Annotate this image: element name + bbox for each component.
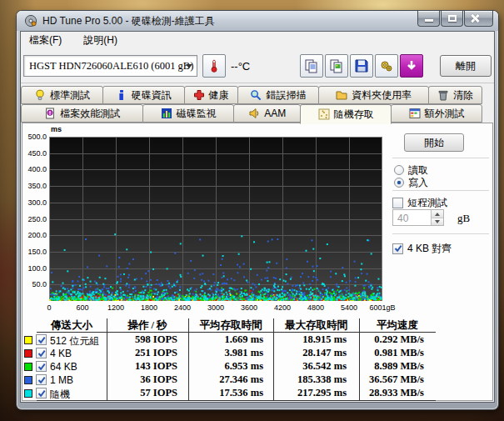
iops-value: 36 IOPS [107,373,177,386]
title-bar[interactable]: HD Tune Pro 5.00 - 硬碟檢測-維護工具 [17,11,498,31]
x-axis-tick-label: 4200 [264,303,301,312]
iops-value: 57 IOPS [107,387,177,399]
mode-radio-write[interactable]: 寫入 [394,177,428,188]
table-header: 平均速度 [359,318,436,331]
tab-aam[interactable]: AAM [233,104,301,123]
capacity-value: 40 [397,213,408,224]
radio-icon[interactable] [394,178,404,188]
copy-image-button[interactable] [325,54,348,78]
table-header: 傳送大小 [37,318,107,331]
avg-speed-value: 0.981 MB/s [359,347,424,359]
trash-icon [437,89,449,101]
radio-icon[interactable] [394,165,404,175]
short-test-checkbox[interactable]: 短程測試 [392,197,447,208]
chevron-down-icon [186,64,192,68]
menu-help[interactable]: 說明(H) [82,32,119,49]
row-checkbox[interactable] [36,374,47,385]
client-area: 檔案(F)說明(H) HGST HDN726060ALE610 (6001 gB… [20,31,495,403]
x-axis-tick-label: 600 [64,303,101,312]
checkbox[interactable] [392,198,403,208]
tab-random-access[interactable]: 隨機存取 [300,104,392,124]
tab-label: 清除 [453,88,473,103]
save-icon [354,58,369,73]
download-button[interactable] [400,54,423,78]
tab-extra-tests[interactable]: 額外測試 [391,104,482,123]
maximize-button[interactable] [441,11,463,27]
tab-error-scan[interactable]: 錯誤掃描 [237,86,320,104]
tab-label: 隨機存取 [334,108,374,122]
table-bottom-divider [37,400,436,401]
menu-file[interactable]: 檔案(F) [27,32,63,49]
avg-speed-value: 0.292 MB/s [359,333,424,346]
row-checkbox[interactable] [36,361,47,372]
iops-value: 251 IOPS [107,347,177,359]
y-axis-tick-label: 300.0 [22,198,47,207]
tab-label: 額外測試 [425,107,465,121]
x-axis-tick-label: 5400 [331,303,367,312]
tab-benchmark[interactable]: 標準測試 [21,86,103,104]
options-button[interactable] [375,54,398,78]
window-title: HD Tune Pro 5.00 - 硬碟檢測-維護工具 [42,14,215,28]
maximize-icon [448,15,457,22]
avg-speed-value: 8.989 MB/s [359,360,424,373]
max-access-time-value: 217.295 ms [273,387,347,399]
bar-chart-icon [161,108,172,119]
magnifier-icon [250,89,262,101]
stepper-up-button[interactable] [432,210,443,218]
menu-bar: 檔案(F)說明(H) [21,32,494,49]
align-4kb-checkbox[interactable]: 4 KB 對齊 [392,243,452,254]
row-checkbox[interactable] [36,334,47,345]
health-cross-icon [193,89,205,101]
checkbox[interactable] [392,243,403,254]
copy-text-button[interactable] [300,54,323,78]
tab-file-benchmark[interactable]: 檔案效能測試 [21,104,143,123]
table-header-divider [37,332,436,333]
table-row: 隨機57 IOPS17.536 ms217.295 ms28.933 MB/s [22,387,494,400]
separator [392,233,489,234]
tab-label: 健康 [209,88,229,103]
x-axis-tick-label: 6001gB [364,303,401,312]
scatter-icon [318,108,330,120]
x-axis-tick-label: 3000 [197,303,234,312]
results-table: 傳送大小操作 / 秒平均存取時間最大存取時間平均速度512 位元組598 IOP… [22,318,494,402]
tab-health[interactable]: 健康 [184,86,238,104]
table-row: 64 KB143 IOPS6.953 ms36.542 ms8.989 MB/s [22,360,494,373]
row-checkbox[interactable] [36,348,47,358]
max-access-time-value: 28.147 ms [273,347,347,359]
tab-label: AAM [264,108,286,119]
minimize-button[interactable] [417,11,440,27]
max-access-time-value: 185.338 ms [273,373,347,386]
avg-access-time-value: 6.953 ms [188,360,263,373]
tab-disk-monitor[interactable]: 磁碟監視 [142,104,234,123]
separator [392,190,489,191]
gear-icon [379,58,394,73]
y-axis-unit-label: ms [51,125,62,133]
series-color-swatch [24,336,32,344]
start-button[interactable]: 開始 [404,133,464,152]
lightbulb-icon [34,89,46,101]
save-button[interactable] [350,54,373,78]
exit-button[interactable]: 離開 [440,55,492,77]
tab-label: 資料夾使用率 [352,88,412,103]
close-button[interactable] [464,11,493,27]
drive-select-value: HGST HDN726060ALE610 (6001 gB) [29,60,193,73]
tab-disk-info[interactable]: 硬碟資訊 [102,86,185,104]
tab-label: 檔案效能測試 [60,107,120,121]
row-checkbox[interactable] [36,388,47,398]
stepper-down-button[interactable] [432,218,443,225]
x-axis-tick-label: 1200 [97,303,134,312]
x-axis-tick-label: 2400 [164,303,201,312]
capacity-stepper[interactable]: 40 [392,209,444,226]
series-color-swatch [24,389,32,398]
drive-select-dropdown[interactable]: HGST HDN726060ALE610 (6001 gB) [23,55,197,77]
temperature-button[interactable] [202,54,226,78]
random-access-panel: ms 500.0450.0400.0350.0300.0250.0200.015… [22,123,493,401]
folder-icon [336,89,347,101]
mode-radio-read[interactable]: 讀取 [394,164,428,176]
tab-folder-usage[interactable]: 資料夾使用率 [318,86,429,104]
x-axis-tick-label: 0 [31,303,67,312]
random-access-scatter-plot [49,137,382,301]
download-arrow-icon [404,58,419,73]
transfer-size-label: 1 MB [50,374,73,386]
tab-erase[interactable]: 清除 [428,86,482,104]
